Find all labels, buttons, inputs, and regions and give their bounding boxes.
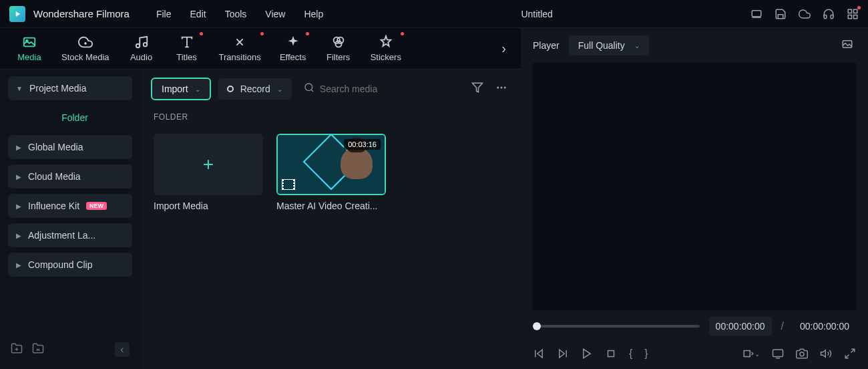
tab-label: Stock Media [61, 52, 110, 62]
left-panel: Media Stock Media Audio Titles Transitio… [0, 28, 521, 369]
chevron-right-icon: ▶ [16, 144, 21, 151]
svg-marker-21 [473, 83, 483, 92]
mark-in-icon[interactable]: { [629, 348, 632, 360]
tab-stock-media[interactable]: Stock Media [55, 31, 116, 66]
import-media-thumb: + [154, 134, 263, 195]
headphones-icon[interactable] [823, 8, 835, 20]
menu-file[interactable]: File [156, 9, 172, 19]
menu-edit[interactable]: Edit [190, 9, 206, 19]
notification-dot [306, 32, 309, 35]
next-frame-icon[interactable] [557, 348, 569, 360]
sidebar-item-adjustment-layer[interactable]: ▶ Adjustment La... [8, 223, 132, 247]
sidebar-item-cloud-media[interactable]: ▶ Cloud Media [8, 164, 132, 189]
quality-value: Full Quality [578, 40, 625, 51]
tab-titles[interactable]: Titles [167, 31, 207, 66]
sidebar-item-label: Cloud Media [28, 171, 81, 182]
tab-label: Effects [280, 52, 306, 62]
media-clip[interactable]: 00:03:16 Master AI Video Creati... [276, 134, 386, 211]
sidebar-footer: ‹ [8, 337, 132, 362]
device-icon[interactable] [750, 8, 763, 20]
notification-dot [260, 32, 264, 35]
mark-out-icon[interactable]: } [644, 348, 648, 360]
quality-select[interactable]: Full Quality ⌄ [569, 35, 649, 55]
main: Media Stock Media Audio Titles Transitio… [0, 28, 868, 369]
player-header: Player Full Quality ⌄ [521, 28, 868, 63]
scrubber[interactable] [533, 325, 700, 328]
menubar-right [750, 8, 859, 20]
tab-transitions[interactable]: Transitions [212, 31, 268, 66]
svg-line-38 [845, 355, 849, 358]
plus-icon: + [203, 154, 214, 175]
prev-frame-icon[interactable] [533, 348, 545, 360]
stop-icon[interactable] [605, 348, 617, 360]
titles-icon [180, 35, 194, 49]
notification-dot [857, 6, 861, 9]
svg-point-14 [335, 41, 341, 47]
tab-filters[interactable]: Filters [318, 31, 359, 66]
tab-media[interactable]: Media [9, 31, 49, 66]
camera-icon[interactable] [796, 348, 808, 360]
sidebar-item-compound-clip[interactable]: ▶ Compound Clip [8, 253, 132, 277]
chevron-down-icon: ⌄ [277, 86, 282, 93]
cloud-icon[interactable] [799, 8, 811, 20]
tab-stickers[interactable]: Stickers [364, 31, 408, 66]
sidebar-item-label: Folder [61, 112, 88, 123]
menu-view[interactable]: View [265, 9, 285, 19]
svg-rect-32 [744, 351, 750, 357]
collapse-sidebar-icon[interactable]: ‹ [115, 342, 130, 357]
sidebar-item-project-media[interactable]: ▼ Project Media [8, 76, 132, 100]
play-icon[interactable] [581, 348, 593, 360]
media-grid: + Import Media 00:03:16 [140, 126, 521, 219]
svg-marker-26 [537, 350, 543, 358]
sidebar-item-global-media[interactable]: ▶ Global Media [8, 135, 132, 159]
svg-rect-0 [752, 10, 761, 16]
sidebar-item-folder[interactable]: Folder [17, 106, 132, 130]
new-folder-icon[interactable] [11, 342, 23, 357]
media-name: Master AI Video Creati... [276, 201, 386, 211]
chevron-right-icon: ▶ [16, 261, 21, 269]
save-icon[interactable] [775, 8, 787, 20]
player-timeline: 00:00:00:00 / 00:00:00:00 [521, 310, 868, 342]
tab-audio[interactable]: Audio [122, 31, 162, 66]
import-media-tile[interactable]: + Import Media [154, 134, 263, 211]
svg-rect-3 [854, 9, 857, 13]
folder-label: FOLDER [140, 108, 521, 126]
scrubber-handle[interactable] [533, 322, 541, 330]
svg-line-37 [851, 349, 855, 352]
apps-icon[interactable] [847, 8, 859, 20]
app-logo [9, 6, 25, 22]
playback-options-icon[interactable]: ⌄ [742, 348, 760, 360]
svg-marker-28 [560, 350, 565, 358]
brand-name: Wondershare Filmora [33, 8, 130, 19]
filter-icon[interactable] [469, 79, 486, 99]
search-wrap [298, 82, 462, 96]
record-icon [227, 86, 234, 92]
svg-point-19 [305, 84, 312, 91]
slash: / [781, 320, 784, 332]
menu-tools[interactable]: Tools [225, 9, 247, 19]
player-viewport[interactable] [533, 63, 856, 310]
volume-icon[interactable] [820, 348, 832, 360]
menu-items: File Edit Tools View Help [156, 9, 323, 19]
duration-badge: 00:03:16 [344, 139, 381, 150]
record-label: Record [240, 84, 270, 94]
svg-point-23 [501, 87, 503, 89]
tabs-more-icon[interactable]: › [496, 41, 511, 56]
display-icon[interactable] [772, 348, 784, 360]
tab-label: Audio [130, 52, 152, 62]
snapshot-icon[interactable] [839, 35, 856, 55]
sidebar: ▼ Project Media Folder ▶ Global Media ▶ … [0, 70, 140, 369]
more-icon[interactable] [493, 79, 510, 99]
search-input[interactable] [320, 84, 457, 94]
transitions-icon [232, 35, 247, 49]
tab-effects[interactable]: Effects [273, 31, 313, 66]
import-button[interactable]: Import ⌄ [151, 78, 211, 100]
record-button[interactable]: Record ⌄ [218, 78, 292, 100]
fullscreen-icon[interactable] [844, 348, 856, 360]
menu-help[interactable]: Help [304, 9, 323, 19]
sidebar-item-influence-kit[interactable]: ▶ Influence Kit NEW [8, 194, 132, 218]
chevron-down-icon: ⌄ [195, 86, 200, 93]
svg-marker-30 [584, 349, 591, 358]
media-icon [22, 35, 37, 49]
delete-folder-icon[interactable] [32, 342, 44, 357]
